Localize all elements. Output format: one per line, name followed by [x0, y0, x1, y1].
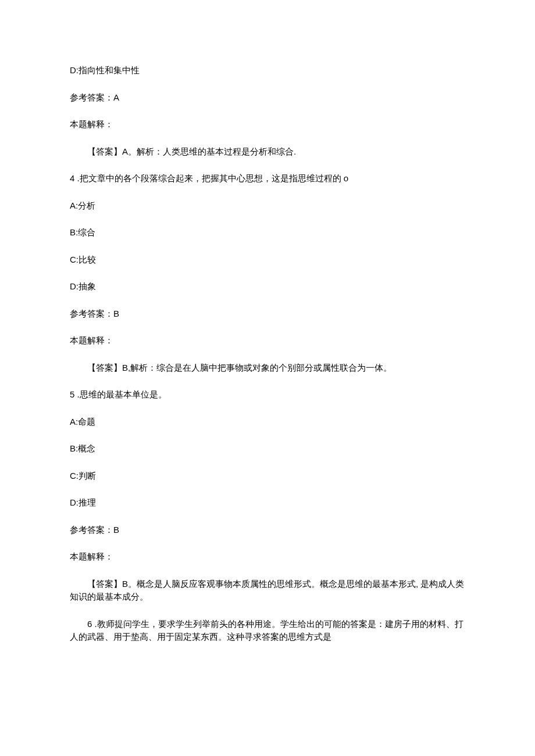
explain-label: 本题解释：	[70, 334, 465, 347]
option-c: C:判断	[70, 470, 465, 483]
question-stem: 4 .把文章中的各个段落综合起来，把握其中心思想，这是指思维过程的 o	[70, 172, 465, 185]
question-5: 5 .思维的最基本单位是。 A:命题 B:概念 C:判断 D:推理 参考答案：B…	[70, 388, 465, 604]
question-stem: 5 .思维的最基本单位是。	[70, 388, 465, 402]
option-b: B:综合	[70, 226, 465, 239]
option-a: A:命题	[70, 415, 465, 429]
reference-answer: 参考答案：A	[70, 91, 465, 105]
option-d: D:推理	[70, 496, 465, 510]
option-c: C:比较	[70, 253, 465, 267]
option-a: A:分析	[70, 199, 465, 213]
reference-answer: 参考答案：B	[70, 307, 465, 321]
question-4: 4 .把文章中的各个段落综合起来，把握其中心思想，这是指思维过程的 o A:分析…	[70, 172, 465, 374]
explain-text: 【答案】A。解析：人类思维的基本过程是分析和综合.	[70, 145, 465, 159]
option-b: B:概念	[70, 442, 465, 456]
question-6: 6 .教师提问学生，要求学生列举前头的各种用途。学生给出的可能的答案是：建房子用…	[70, 618, 465, 644]
option-d: D:抽象	[70, 280, 465, 293]
explain-label: 本题解释：	[70, 550, 465, 564]
explain-label: 本题解释：	[70, 118, 465, 131]
reference-answer: 参考答案：B	[70, 524, 465, 537]
explain-text: 【答案】B,解析：综合是在人脑中把事物或对象的个别部分或属性联合为一体。	[70, 361, 465, 375]
question-3-tail: D:指向性和集中性 参考答案：A 本题解释： 【答案】A。解析：人类思维的基本过…	[70, 64, 465, 158]
option-d: D:指向性和集中性	[70, 64, 465, 77]
question-stem: 6 .教师提问学生，要求学生列举前头的各种用途。学生给出的可能的答案是：建房子用…	[70, 618, 465, 644]
document-page: D:指向性和集中性 参考答案：A 本题解释： 【答案】A。解析：人类思维的基本过…	[0, 0, 535, 756]
explain-text: 【答案】B。概念是人脑反应客观事物本质属性的思维形式。概念是思维的最基本形式, …	[70, 578, 465, 604]
